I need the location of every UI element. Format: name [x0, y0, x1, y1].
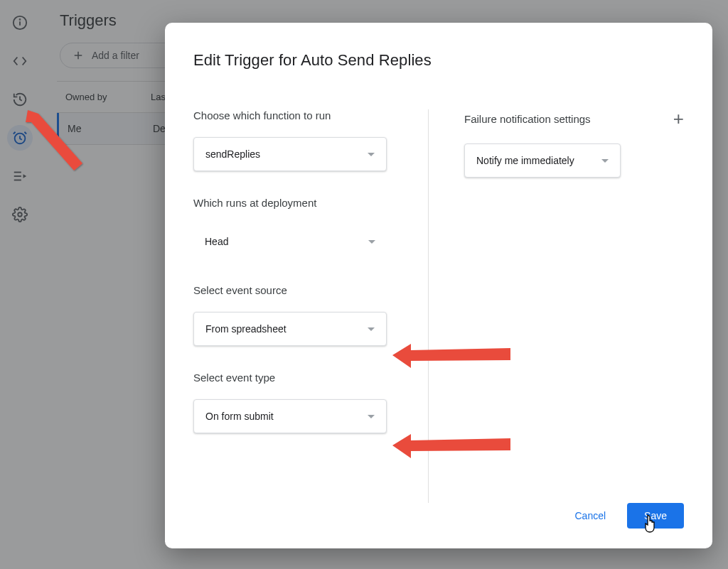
- chevron-down-icon: [368, 327, 375, 331]
- deployment-select[interactable]: Head: [193, 224, 387, 259]
- event-type-select[interactable]: On form submit: [193, 399, 387, 433]
- chevron-down-icon: [368, 153, 375, 156]
- cancel-button[interactable]: Cancel: [572, 504, 609, 527]
- event-source-value: From spreadsheet: [205, 323, 287, 335]
- event-source-select[interactable]: From spreadsheet: [193, 312, 387, 346]
- event-type-field: Select event type On form submit: [193, 372, 407, 433]
- save-button[interactable]: Save: [627, 503, 684, 529]
- add-notification-button[interactable]: +: [673, 109, 684, 128]
- deployment-field: Which runs at deployment Head: [193, 197, 407, 259]
- chevron-down-icon: [368, 240, 375, 244]
- event-type-value: On form submit: [205, 411, 274, 422]
- event-source-label: Select event source: [193, 284, 407, 296]
- chevron-down-icon: [368, 415, 375, 418]
- edit-trigger-dialog: Edit Trigger for Auto Send Replies Choos…: [165, 23, 712, 548]
- failure-value: Notify me immediately: [476, 155, 574, 166]
- event-source-field: Select event source From spreadsheet: [193, 284, 407, 346]
- deployment-value: Head: [205, 236, 228, 247]
- failure-label: Failure notification settings: [464, 113, 591, 125]
- deployment-label: Which runs at deployment: [193, 197, 407, 209]
- chevron-down-icon: [601, 159, 609, 163]
- function-select[interactable]: sendReplies: [193, 137, 387, 171]
- function-value: sendReplies: [205, 148, 260, 160]
- failure-select[interactable]: Notify me immediately: [464, 143, 621, 178]
- function-field: Choose which function to run sendReplies: [193, 109, 407, 171]
- function-label: Choose which function to run: [193, 109, 407, 121]
- dialog-title: Edit Trigger for Auto Send Replies: [193, 51, 684, 70]
- event-type-label: Select event type: [193, 372, 407, 384]
